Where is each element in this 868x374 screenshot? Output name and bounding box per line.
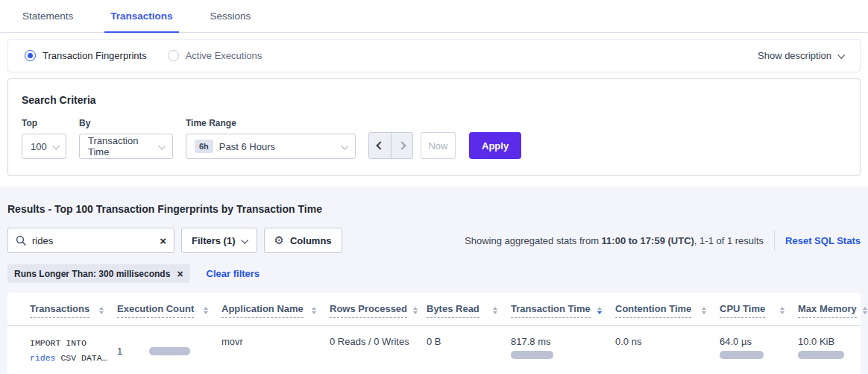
filter-chip-label: Runs Longer Than: 300 milliseconds [14, 269, 170, 279]
radio-unchecked-icon [168, 50, 179, 61]
chevron-down-icon [241, 236, 248, 243]
show-description-label: Show description [758, 50, 831, 61]
cell-contention-time: 0.0 ns [615, 326, 720, 374]
time-range-value: Past 6 Hours [219, 141, 336, 152]
column-header-execution-count[interactable]: Execution Count [117, 293, 221, 325]
tab-bar: Statements Transactions Sessions [0, 0, 868, 33]
remove-filter-icon[interactable]: × [177, 268, 183, 280]
column-header-cpu-time[interactable]: CPU Time [720, 293, 798, 325]
cell-execution-count: 1 [117, 326, 221, 374]
top-label: Top [22, 118, 66, 128]
transaction-time-bar [511, 351, 553, 359]
time-range-label: Time Range [186, 118, 356, 128]
time-range-field: Time Range 6h Past 6 Hours [186, 118, 356, 159]
filter-chip: Runs Longer Than: 300 milliseconds × [7, 264, 190, 283]
execution-count-bar [149, 347, 190, 355]
column-header-contention-time[interactable]: Contention Time [615, 293, 720, 325]
search-box: × [7, 228, 174, 253]
filters-button[interactable]: Filters (1) [181, 228, 257, 253]
cell-application-name: movr [221, 326, 330, 374]
sort-icon[interactable] [774, 307, 784, 315]
chevron-down-icon [52, 142, 60, 149]
column-header-transaction-time[interactable]: Transaction Time [511, 293, 615, 325]
search-criteria-controls: Top 100 By Transaction Time Time Range 6… [22, 118, 846, 159]
max-memory-bar [798, 351, 844, 359]
apply-button[interactable]: Apply [469, 132, 521, 159]
radio-checked-icon [25, 50, 36, 61]
column-header-transactions[interactable]: Transactions [30, 293, 117, 325]
by-select-value: Transaction Time [88, 135, 153, 158]
sort-icon[interactable] [857, 307, 867, 315]
stats-prefix: Showing aggregated stats from [465, 235, 602, 246]
highlighted-search-term: rides [30, 353, 56, 363]
radio-label: Active Executions [186, 50, 262, 61]
radio-active-executions[interactable]: Active Executions [168, 50, 262, 61]
top-field: Top 100 [22, 118, 66, 159]
results-controls: × Filters (1) ⚙ Columns Showing aggregat… [7, 228, 861, 253]
sort-icon[interactable] [198, 307, 208, 315]
radio-label: Transaction Fingerprints [43, 50, 147, 61]
table-row[interactable]: IMPORT INTO rides CSV DATA… 1 movr 0 Rea… [7, 326, 861, 374]
sort-icon[interactable] [696, 307, 706, 315]
search-input[interactable] [32, 235, 154, 246]
by-select[interactable]: Transaction Time [79, 134, 173, 159]
top-select-value: 100 [31, 141, 47, 152]
cell-transaction-fingerprint[interactable]: IMPORT INTO rides CSV DATA… [30, 326, 117, 374]
chevron-down-icon [158, 142, 166, 149]
cell-transaction-time: 817.8 ms [511, 326, 615, 374]
top-select[interactable]: 100 [22, 134, 66, 159]
now-button[interactable]: Now [421, 132, 456, 159]
stats-time-range: 11:00 to 17:59 (UTC) [602, 235, 694, 246]
column-header-rows-processed[interactable]: Rows Processed [330, 293, 427, 325]
cpu-time-bar [720, 351, 764, 359]
max-memory-value: 10.0 KiB [798, 336, 853, 347]
execution-count-value: 1 [117, 346, 122, 357]
show-description-toggle[interactable]: Show description [758, 50, 843, 61]
transaction-statement-line2: rides CSV DATA… [30, 351, 107, 366]
results-title: Results - Top 100 Transaction Fingerprin… [7, 203, 861, 215]
filters-button-label: Filters (1) [192, 235, 236, 246]
column-header-application-name[interactable]: Application Name [221, 293, 330, 325]
stats-summary: Showing aggregated stats from 11:00 to 1… [465, 235, 764, 246]
tab-statements[interactable]: Statements [21, 0, 75, 32]
sort-desc-icon[interactable] [591, 307, 602, 315]
search-icon [16, 235, 26, 246]
tab-sessions[interactable]: Sessions [209, 0, 253, 32]
sort-icon[interactable] [487, 307, 497, 315]
transactions-table: Transactions Execution Count Application… [7, 293, 861, 374]
columns-button-label: Columns [290, 235, 332, 246]
page-top: Statements Transactions Sessions Transac… [0, 0, 868, 187]
reset-sql-stats-link[interactable]: Reset SQL Stats [785, 235, 861, 246]
column-header-max-memory[interactable]: Max Memory [798, 293, 864, 325]
by-label: By [79, 118, 173, 128]
time-window-pager [368, 132, 413, 159]
next-time-window-button[interactable] [391, 133, 412, 158]
transaction-time-value: 817.8 ms [511, 336, 605, 347]
cpu-time-value: 64.0 µs [720, 336, 787, 347]
chevron-down-icon [341, 142, 348, 149]
radio-transaction-fingerprints[interactable]: Transaction Fingerprints [25, 50, 147, 61]
chevron-left-icon [376, 141, 384, 149]
cell-cpu-time: 64.0 µs [720, 326, 798, 374]
sort-icon[interactable] [407, 307, 418, 315]
columns-button[interactable]: ⚙ Columns [264, 228, 342, 253]
previous-time-window-button[interactable] [369, 133, 391, 158]
stats-suffix: , 1-1 of 1 results [694, 235, 764, 246]
results-section: Results - Top 100 Transaction Fingerprin… [0, 187, 868, 374]
chevron-right-icon [397, 141, 406, 149]
sort-icon[interactable] [93, 307, 104, 315]
time-range-badge: 6h [195, 140, 213, 153]
clear-filters-link[interactable]: Clear filters [207, 268, 260, 279]
sort-icon[interactable] [306, 307, 316, 315]
column-header-bytes-read[interactable]: Bytes Read [427, 293, 511, 325]
search-criteria-card: Search Criteria Top 100 By Transaction T… [7, 78, 861, 176]
chevron-down-icon [837, 52, 845, 59]
cell-rows-processed: 0 Reads / 0 Writes [330, 326, 427, 374]
tab-transactions[interactable]: Transactions [109, 0, 174, 32]
vertical-divider [774, 230, 775, 251]
table-header-row: Transactions Execution Count Application… [7, 293, 861, 326]
clear-search-icon[interactable]: × [160, 235, 166, 246]
cell-max-memory: 10.0 KiB [798, 326, 864, 374]
gear-icon: ⚙ [274, 234, 284, 247]
time-range-select[interactable]: 6h Past 6 Hours [186, 134, 356, 159]
